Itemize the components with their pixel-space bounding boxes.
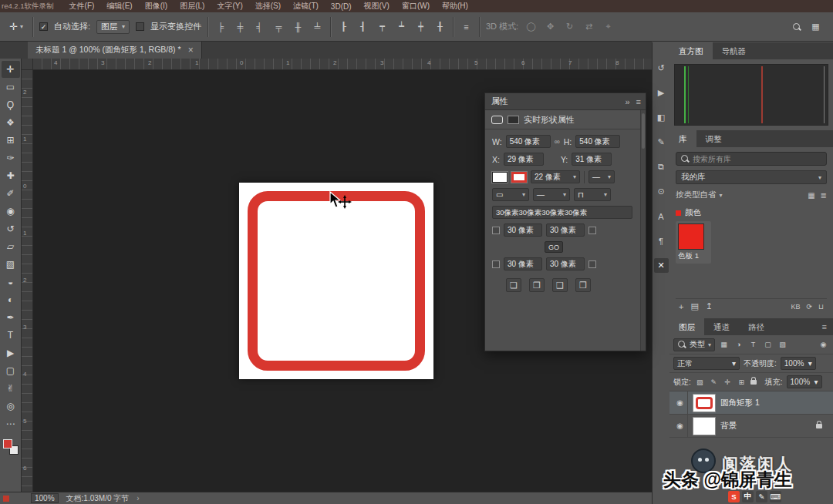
x-field[interactable]: 29 像素: [504, 153, 544, 166]
corner-bottom-left-icon[interactable]: [492, 260, 500, 268]
menu-help[interactable]: 帮助(H): [442, 1, 468, 12]
filter-shape-icon[interactable]: ▢: [762, 339, 774, 351]
move-tool[interactable]: ✛: [2, 61, 20, 78]
lock-transparency-icon[interactable]: ▨: [695, 377, 705, 388]
zoom-tool[interactable]: ◎: [2, 398, 20, 415]
distribute-right-icon[interactable]: ┨: [356, 19, 369, 35]
hand-tool[interactable]: ✌: [2, 380, 20, 397]
layer-name[interactable]: 圆角矩形 1: [720, 398, 760, 408]
layer-row-rounded-rectangle[interactable]: ◉ 圆角矩形 1: [669, 391, 833, 415]
horizontal-ruler[interactable]: 4 3 2 1 0 1 2 3 4 5 6 7 8: [33, 59, 652, 70]
distribute-center-v-icon[interactable]: ╂: [433, 19, 447, 35]
filter-toggle-icon[interactable]: ◉: [818, 339, 829, 351]
quick-selection-tool[interactable]: ❖: [2, 114, 20, 131]
status-arrow-icon[interactable]: ›: [137, 494, 139, 502]
stroke-style-dropdown[interactable]: — ▾: [588, 170, 615, 183]
show-transform-checkbox[interactable]: [136, 22, 144, 31]
lock-position-icon[interactable]: ✛: [723, 377, 733, 388]
list-view-icon[interactable]: ≣: [821, 191, 827, 200]
type-tool[interactable]: T: [2, 327, 20, 344]
path-selection-tool[interactable]: ▶: [2, 344, 20, 361]
menu-select[interactable]: 选择(S): [255, 1, 281, 12]
pathfinder-combine-icon[interactable]: ❐: [529, 278, 545, 292]
distribute-left-icon[interactable]: ┠: [337, 19, 350, 35]
gradient-tool[interactable]: ▧: [2, 256, 20, 273]
workspace-layout-icon[interactable]: ▦: [809, 19, 822, 35]
tab-channels[interactable]: 通道: [704, 318, 739, 335]
lock-all-icon[interactable]: [750, 380, 757, 385]
marquee-tool[interactable]: ▭: [2, 79, 20, 96]
menu-image[interactable]: 图像(I): [145, 1, 167, 12]
blend-mode-dropdown[interactable]: 正常 ▾: [673, 357, 740, 370]
panel-menu-icon[interactable]: ≡: [636, 97, 641, 106]
filter-smart-icon[interactable]: ▧: [777, 339, 788, 351]
shape-tool[interactable]: ▢: [2, 362, 20, 379]
pathfinder-new-icon[interactable]: ❏: [506, 278, 521, 292]
pen-tool[interactable]: ✒: [2, 309, 20, 326]
corner-top-left-icon[interactable]: [492, 227, 500, 234]
filter-pixel-icon[interactable]: ▦: [718, 339, 730, 351]
menu-view[interactable]: 视图(V): [364, 1, 390, 12]
align-bottom-icon[interactable]: ╧: [311, 19, 324, 35]
align-top-icon[interactable]: ╤: [272, 19, 285, 35]
menu-window[interactable]: 窗口(W): [402, 1, 430, 12]
eyedropper-tool[interactable]: ✑: [2, 150, 20, 166]
distribute-center-h-icon[interactable]: ┿: [414, 19, 427, 35]
properties-title-bar[interactable]: 属性 » ≡: [485, 93, 646, 110]
sort-label[interactable]: 按类型自省: [676, 190, 717, 200]
distribute-bottom-icon[interactable]: ┷: [395, 19, 408, 35]
radius-bottom-left-field[interactable]: 30 像素: [504, 257, 542, 270]
layer-row-background[interactable]: ◉ 背景: [669, 415, 833, 438]
align-left-icon[interactable]: ╞: [214, 19, 228, 35]
dodge-tool[interactable]: ◐: [2, 291, 20, 308]
library-color-group[interactable]: 颜色: [676, 207, 827, 218]
visibility-eye-icon[interactable]: ◉: [673, 415, 688, 437]
align-middle-icon[interactable]: ╫: [292, 19, 305, 35]
foreground-color-swatch[interactable]: [3, 439, 12, 449]
distribute-top-icon[interactable]: ┯: [376, 19, 389, 35]
radius-top-left-field[interactable]: 30 像素: [504, 223, 542, 237]
close-icon[interactable]: ×: [188, 45, 194, 55]
library-search-input[interactable]: [693, 155, 822, 163]
filter-type-dropdown[interactable]: 类型 ▾: [673, 338, 715, 351]
menu-file[interactable]: 文件(F): [69, 1, 95, 12]
info-panel-icon[interactable]: ⊙: [654, 184, 669, 199]
stroke-align-dropdown[interactable]: ▭ ▾: [492, 188, 529, 201]
trash-icon[interactable]: ⊔: [818, 303, 824, 311]
edit-toolbar-button[interactable]: ⋯: [2, 415, 20, 432]
add-library-icon[interactable]: +: [679, 302, 683, 311]
collapse-panel-icon[interactable]: »: [625, 97, 629, 106]
scrollbar-thumb[interactable]: [642, 113, 645, 149]
brush-tool[interactable]: ✐: [2, 185, 20, 202]
tab-library[interactable]: 库: [669, 130, 696, 147]
tab-histogram[interactable]: 直方图: [669, 42, 713, 59]
menu-edit[interactable]: 编辑(E): [106, 1, 132, 12]
ime-pen-icon[interactable]: ✎: [756, 491, 767, 502]
pathfinder-intersect-icon[interactable]: ❒: [575, 278, 591, 292]
tool-preset-dropdown[interactable]: ✛ ▾: [6, 19, 26, 34]
corner-bottom-right-icon[interactable]: [588, 260, 596, 268]
styles-panel-icon[interactable]: ✎: [654, 135, 669, 150]
layer-thumbnail[interactable]: [693, 417, 716, 435]
fill-dropdown[interactable]: 100% ▾: [787, 375, 822, 388]
menu-filter[interactable]: 滤镜(T): [293, 1, 319, 12]
rounded-rectangle-shape[interactable]: [248, 191, 425, 371]
crop-tool[interactable]: ⊞: [2, 132, 20, 149]
clone-stamp-tool[interactable]: ◉: [2, 203, 20, 220]
stroke-color-swatch[interactable]: [511, 172, 527, 183]
ruler-origin-corner[interactable]: [22, 59, 33, 70]
menu-3d[interactable]: 3D(D): [331, 2, 352, 11]
folder-icon[interactable]: ▤: [690, 301, 698, 311]
library-swatch-item[interactable]: 色板 1: [676, 221, 711, 264]
menu-layer[interactable]: 图层(L): [180, 1, 204, 12]
menu-type[interactable]: 文字(Y): [217, 1, 242, 12]
visibility-eye-icon[interactable]: ◉: [673, 391, 688, 414]
width-field[interactable]: 540 像素: [506, 135, 551, 148]
radius-summary-field[interactable]: 30像素30像素30像素30像素: [492, 206, 632, 219]
ime-language-icon[interactable]: 中: [742, 491, 754, 502]
paragraph-panel-icon[interactable]: ¶: [654, 234, 669, 248]
stroke-width-dropdown[interactable]: 22 像素 ▾: [531, 170, 580, 183]
y-field[interactable]: 31 像素: [572, 153, 612, 166]
tab-adjustments[interactable]: 调整: [696, 130, 731, 147]
align-center-h-icon[interactable]: ╪: [234, 19, 247, 35]
